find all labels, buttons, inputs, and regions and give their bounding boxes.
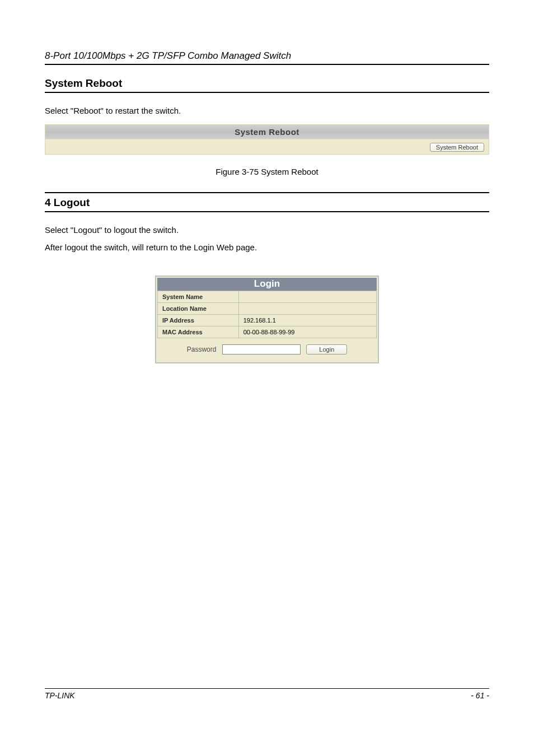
table-row: IP Address 192.168.1.1: [158, 314, 377, 326]
login-row-label: MAC Address: [158, 326, 239, 338]
system-reboot-panel-body: System Reboot: [45, 139, 489, 154]
system-reboot-panel-title: System Reboot: [45, 125, 489, 139]
figure-caption-reboot: Figure 3-75 System Reboot: [45, 167, 489, 176]
footer-page-number: - 61 -: [471, 691, 489, 700]
table-row: Location Name: [158, 302, 377, 314]
product-name: 8-Port 10/100Mbps + 2G TP/SFP Combo Mana…: [45, 50, 291, 61]
chapter-rule-bottom: [45, 211, 489, 212]
login-row-value: [238, 302, 376, 314]
section-title-system-reboot: System Reboot: [45, 77, 489, 90]
footer-rule: [45, 688, 489, 689]
login-button[interactable]: Login: [306, 344, 347, 354]
logout-description-1: Select "Logout" to logout the switch.: [45, 225, 489, 236]
reboot-description: Select "Reboot" to restart the switch.: [45, 105, 489, 116]
footer-brand: TP-LINK: [45, 691, 75, 700]
logout-description-2: After logout the switch, will return to …: [45, 242, 489, 253]
chapter-rule-top: [45, 192, 489, 193]
login-row-label: System Name: [158, 291, 239, 302]
login-info-table: System Name Location Name IP Address 192…: [157, 291, 377, 338]
document-product-header: 8-Port 10/100Mbps + 2G TP/SFP Combo Mana…: [45, 50, 489, 62]
login-row-value: [238, 291, 376, 302]
login-row-label: IP Address: [158, 314, 239, 326]
header-rule: [45, 64, 489, 65]
login-box: Login System Name Location Name IP Addre…: [155, 276, 379, 363]
page-footer: TP-LINK - 61 -: [45, 688, 489, 700]
chapter-title-logout: 4 Logout: [45, 197, 489, 209]
login-row-label: Location Name: [158, 302, 239, 314]
system-reboot-button[interactable]: System Reboot: [430, 143, 484, 152]
login-row-value: 192.168.1.1: [238, 314, 376, 326]
login-footer: Password Login: [157, 338, 377, 361]
system-reboot-panel: System Reboot System Reboot: [45, 124, 489, 155]
login-row-value: 00-00-88-88-99-99: [238, 326, 376, 338]
login-box-title: Login: [157, 278, 377, 291]
password-label: Password: [187, 346, 217, 353]
password-input[interactable]: [222, 344, 301, 354]
table-row: MAC Address 00-00-88-88-99-99: [158, 326, 377, 338]
section-rule-reboot: [45, 92, 489, 93]
table-row: System Name: [158, 291, 377, 302]
